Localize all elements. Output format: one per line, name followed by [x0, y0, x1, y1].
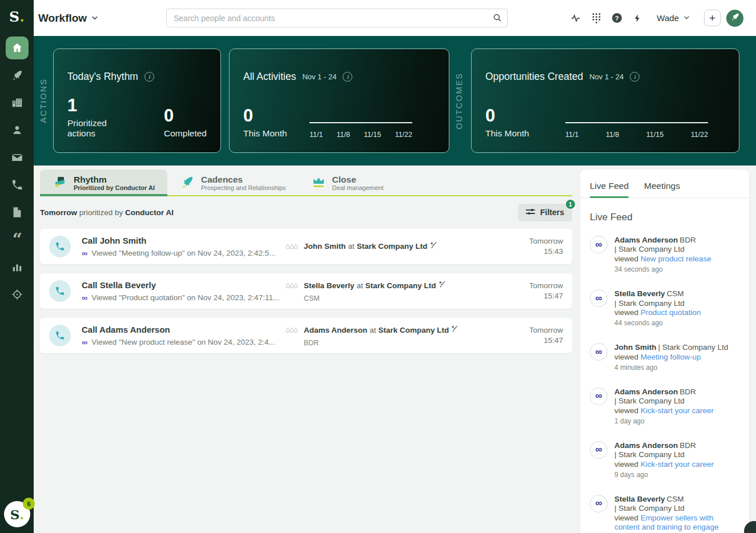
feed-person[interactable]: Adams Anderson	[614, 441, 678, 450]
nav-rocket-button[interactable]	[6, 64, 29, 87]
feed-content-link[interactable]: Product quotation	[641, 308, 701, 317]
task-main: Call Stella Beverly ∞ Viewed "Product qu…	[82, 280, 279, 302]
feed-item[interactable]: ∞ Stella BeverlyCSM | Stark Company Ltd …	[590, 289, 739, 328]
feed-company: | Stark Company Ltd	[614, 504, 739, 513]
task-row[interactable]: Call John Smith ∞ Viewed "Meeting follow…	[40, 229, 572, 264]
search-icon[interactable]	[492, 13, 502, 25]
filters-button[interactable]: Filters 1	[518, 204, 572, 221]
feed-company: | Stark Company Ltd	[614, 450, 714, 459]
feed-person[interactable]: Adams Anderson	[614, 387, 678, 396]
feed-content-link[interactable]: Kick-start your career	[641, 460, 714, 469]
infinity-avatar-icon: ∞	[590, 387, 608, 405]
tick: 11/22	[395, 131, 412, 139]
feed-content-link[interactable]: New product release	[641, 255, 711, 263]
dialpad-icon[interactable]	[586, 13, 606, 24]
search-input[interactable]	[166, 9, 508, 27]
feed-person[interactable]: Adams Anderson	[614, 236, 678, 244]
home-icon	[11, 42, 23, 54]
tab-sublabel: Prospecting and Relationships	[201, 184, 286, 191]
launch-rocket-button[interactable]	[726, 10, 743, 27]
tick: 11/8	[606, 131, 619, 139]
task-contact: Stella Beverly at Stark Company Ltd CSM	[285, 280, 447, 302]
at-text: at	[357, 281, 363, 290]
user-menu[interactable]: Wade	[657, 13, 690, 23]
flames-icon	[285, 325, 298, 336]
feed-item[interactable]: ∞ John Smith| Stark Company Ltd viewed M…	[590, 343, 739, 372]
task-title: Call Adams Anderson	[82, 325, 275, 334]
task-main: Call Adams Anderson ∞ Viewed "New produc…	[82, 325, 275, 347]
link-activity-icon: ∞	[82, 293, 87, 302]
workspace-switcher[interactable]: Workflow	[38, 12, 99, 25]
nav-phone-button[interactable]	[6, 173, 29, 196]
feed-timestamp: 1 day ago	[614, 417, 714, 426]
info-icon[interactable]: i	[343, 72, 352, 82]
help-icon[interactable]: ?	[606, 13, 627, 23]
feed-role: BDR	[679, 387, 696, 396]
company-name[interactable]: Stark Company Ltd	[357, 242, 428, 251]
tab-meetings[interactable]: Meetings	[644, 181, 680, 197]
task-row[interactable]: Call Adams Anderson ∞ Viewed "New produc…	[40, 318, 572, 353]
content-area: Rhythm Prioritized by Conductor AI	[34, 165, 756, 533]
nav-analytics-button[interactable]	[6, 256, 29, 278]
feed-person[interactable]: Stella Beverly	[614, 289, 665, 298]
tab-label: Close	[332, 175, 384, 185]
stat-this-month: 0 This Month	[243, 107, 287, 139]
tab-label: Rhythm	[74, 175, 155, 185]
task-time: 15:47	[529, 291, 563, 301]
feed-timestamp: 4 minutes ago	[614, 364, 728, 372]
activity-pulse-icon[interactable]	[565, 13, 586, 24]
tab-close[interactable]: Close Deal management	[299, 169, 396, 196]
tick: 11/15	[646, 131, 663, 139]
tab-live-feed[interactable]: Live Feed	[590, 181, 629, 197]
feed-person[interactable]: John Smith	[614, 343, 657, 352]
feed-content-link[interactable]: Kick-start your career	[641, 406, 714, 415]
contact-role: BDR	[304, 339, 459, 347]
contact-name[interactable]: Stella Beverly	[304, 281, 355, 290]
nav-people-button[interactable]	[6, 119, 29, 142]
feed-item[interactable]: ∞ Adams AndersonBDR | Stark Company Ltd …	[590, 387, 739, 426]
info-icon[interactable]: i	[630, 72, 640, 82]
task-day: Tomorrow	[529, 325, 563, 336]
info-icon[interactable]: i	[144, 72, 154, 82]
tick: 11/15	[364, 131, 381, 139]
feed-company: | Stark Company Ltd	[614, 299, 701, 308]
feed-person[interactable]: Stella Beverly	[614, 495, 665, 503]
tab-cadences[interactable]: Cadences Prospecting and Relationships	[167, 169, 299, 196]
nav-items: “	[0, 37, 34, 306]
global-search	[166, 9, 508, 27]
tab-rhythm[interactable]: Rhythm Prioritized by Conductor AI	[40, 169, 167, 196]
lightning-icon[interactable]	[627, 13, 648, 24]
feed-item[interactable]: ∞ Adams AndersonBDR | Stark Company Ltd …	[590, 236, 739, 274]
add-button[interactable]: +	[704, 10, 721, 26]
envelope-icon	[11, 151, 23, 164]
nav-accounts-button[interactable]	[6, 91, 29, 114]
nav-documents-button[interactable]	[6, 201, 29, 224]
card-title: All Activities	[243, 71, 296, 83]
task-contact: Adams Anderson at Stark Company Ltd BDR	[285, 325, 459, 347]
task-detail: ∞ Viewed "Meeting follow-up" on Nov 24, …	[82, 249, 276, 258]
company-name[interactable]: Stark Company Ltd	[379, 326, 449, 334]
call-type-icon	[49, 280, 71, 302]
feed-content-link[interactable]: Meeting follow-up	[641, 353, 701, 361]
call-type-icon	[49, 325, 71, 346]
card-title: Opportunities Created	[485, 71, 583, 83]
hot-lead-icon	[430, 241, 438, 251]
contact-name[interactable]: Adams Anderson	[304, 326, 367, 334]
feed-item[interactable]: ∞ Adams AndersonBDR | Stark Company Ltd …	[590, 441, 739, 479]
contact-name[interactable]: John Smith	[304, 242, 346, 251]
topbar: Workflow	[34, 0, 756, 36]
nav-quotes-button[interactable]: “	[6, 228, 29, 251]
opportunities-sparkline: 11/1 11/8 11/15 11/22	[565, 122, 708, 139]
workflow-tabs: Rhythm Prioritized by Conductor AI	[40, 169, 572, 196]
nav-targets-button[interactable]	[6, 283, 29, 306]
bottom-brand-letter: S	[10, 507, 20, 522]
task-row[interactable]: Call Stella Beverly ∞ Viewed "Product qu…	[40, 273, 572, 309]
infinity-avatar-icon: ∞	[590, 495, 608, 512]
nav-email-button[interactable]	[6, 146, 29, 169]
nav-home-button[interactable]	[6, 37, 29, 59]
company-name[interactable]: Stark Company Ltd	[365, 281, 436, 290]
bottom-brand-button[interactable]: S. 6	[4, 501, 30, 527]
task-time: 15:43	[529, 247, 563, 257]
tick: 11/22	[691, 131, 708, 139]
feed-item[interactable]: ∞ Stella BeverlyCSM | Stark Company Ltd …	[590, 495, 739, 533]
